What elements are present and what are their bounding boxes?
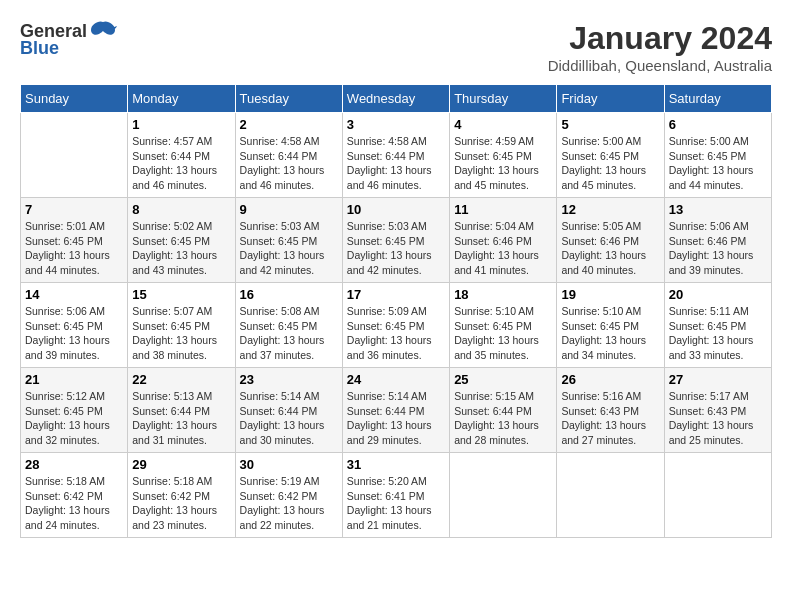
day-number: 13 bbox=[669, 202, 767, 217]
day-info: Sunrise: 5:03 AMSunset: 6:45 PMDaylight:… bbox=[240, 219, 338, 278]
calendar-cell: 26Sunrise: 5:16 AMSunset: 6:43 PMDayligh… bbox=[557, 368, 664, 453]
calendar-cell: 2Sunrise: 4:58 AMSunset: 6:44 PMDaylight… bbox=[235, 113, 342, 198]
calendar-cell: 11Sunrise: 5:04 AMSunset: 6:46 PMDayligh… bbox=[450, 198, 557, 283]
calendar-week-row: 28Sunrise: 5:18 AMSunset: 6:42 PMDayligh… bbox=[21, 453, 772, 538]
weekday-header-thursday: Thursday bbox=[450, 85, 557, 113]
calendar-cell bbox=[450, 453, 557, 538]
day-info: Sunrise: 5:00 AMSunset: 6:45 PMDaylight:… bbox=[561, 134, 659, 193]
day-number: 24 bbox=[347, 372, 445, 387]
day-info: Sunrise: 5:17 AMSunset: 6:43 PMDaylight:… bbox=[669, 389, 767, 448]
day-number: 19 bbox=[561, 287, 659, 302]
calendar-cell: 21Sunrise: 5:12 AMSunset: 6:45 PMDayligh… bbox=[21, 368, 128, 453]
day-info: Sunrise: 4:58 AMSunset: 6:44 PMDaylight:… bbox=[240, 134, 338, 193]
day-info: Sunrise: 5:18 AMSunset: 6:42 PMDaylight:… bbox=[25, 474, 123, 533]
calendar-cell: 30Sunrise: 5:19 AMSunset: 6:42 PMDayligh… bbox=[235, 453, 342, 538]
day-info: Sunrise: 5:01 AMSunset: 6:45 PMDaylight:… bbox=[25, 219, 123, 278]
weekday-header-row: SundayMondayTuesdayWednesdayThursdayFrid… bbox=[21, 85, 772, 113]
calendar-cell: 10Sunrise: 5:03 AMSunset: 6:45 PMDayligh… bbox=[342, 198, 449, 283]
calendar-cell: 25Sunrise: 5:15 AMSunset: 6:44 PMDayligh… bbox=[450, 368, 557, 453]
calendar-cell: 5Sunrise: 5:00 AMSunset: 6:45 PMDaylight… bbox=[557, 113, 664, 198]
day-info: Sunrise: 5:08 AMSunset: 6:45 PMDaylight:… bbox=[240, 304, 338, 363]
day-info: Sunrise: 5:12 AMSunset: 6:45 PMDaylight:… bbox=[25, 389, 123, 448]
weekday-header-friday: Friday bbox=[557, 85, 664, 113]
day-info: Sunrise: 5:00 AMSunset: 6:45 PMDaylight:… bbox=[669, 134, 767, 193]
day-number: 3 bbox=[347, 117, 445, 132]
day-number: 2 bbox=[240, 117, 338, 132]
weekday-header-wednesday: Wednesday bbox=[342, 85, 449, 113]
month-year-title: January 2024 bbox=[548, 20, 772, 57]
day-number: 31 bbox=[347, 457, 445, 472]
calendar-cell: 28Sunrise: 5:18 AMSunset: 6:42 PMDayligh… bbox=[21, 453, 128, 538]
calendar-week-row: 14Sunrise: 5:06 AMSunset: 6:45 PMDayligh… bbox=[21, 283, 772, 368]
day-number: 29 bbox=[132, 457, 230, 472]
day-number: 1 bbox=[132, 117, 230, 132]
day-number: 30 bbox=[240, 457, 338, 472]
calendar-table: SundayMondayTuesdayWednesdayThursdayFrid… bbox=[20, 84, 772, 538]
day-number: 18 bbox=[454, 287, 552, 302]
day-info: Sunrise: 5:14 AMSunset: 6:44 PMDaylight:… bbox=[347, 389, 445, 448]
calendar-cell: 23Sunrise: 5:14 AMSunset: 6:44 PMDayligh… bbox=[235, 368, 342, 453]
day-number: 17 bbox=[347, 287, 445, 302]
calendar-cell: 4Sunrise: 4:59 AMSunset: 6:45 PMDaylight… bbox=[450, 113, 557, 198]
calendar-cell: 22Sunrise: 5:13 AMSunset: 6:44 PMDayligh… bbox=[128, 368, 235, 453]
day-info: Sunrise: 5:10 AMSunset: 6:45 PMDaylight:… bbox=[561, 304, 659, 363]
calendar-cell bbox=[557, 453, 664, 538]
calendar-week-row: 1Sunrise: 4:57 AMSunset: 6:44 PMDaylight… bbox=[21, 113, 772, 198]
calendar-cell: 12Sunrise: 5:05 AMSunset: 6:46 PMDayligh… bbox=[557, 198, 664, 283]
day-number: 23 bbox=[240, 372, 338, 387]
day-number: 28 bbox=[25, 457, 123, 472]
logo-bird-icon bbox=[89, 20, 117, 42]
day-info: Sunrise: 5:03 AMSunset: 6:45 PMDaylight:… bbox=[347, 219, 445, 278]
day-info: Sunrise: 5:09 AMSunset: 6:45 PMDaylight:… bbox=[347, 304, 445, 363]
day-info: Sunrise: 4:57 AMSunset: 6:44 PMDaylight:… bbox=[132, 134, 230, 193]
logo-blue-text: Blue bbox=[20, 38, 59, 59]
calendar-cell bbox=[664, 453, 771, 538]
day-number: 16 bbox=[240, 287, 338, 302]
day-number: 11 bbox=[454, 202, 552, 217]
calendar-cell: 3Sunrise: 4:58 AMSunset: 6:44 PMDaylight… bbox=[342, 113, 449, 198]
day-info: Sunrise: 5:15 AMSunset: 6:44 PMDaylight:… bbox=[454, 389, 552, 448]
day-number: 15 bbox=[132, 287, 230, 302]
day-number: 27 bbox=[669, 372, 767, 387]
location-subtitle: Diddillibah, Queensland, Australia bbox=[548, 57, 772, 74]
day-info: Sunrise: 5:10 AMSunset: 6:45 PMDaylight:… bbox=[454, 304, 552, 363]
day-info: Sunrise: 5:14 AMSunset: 6:44 PMDaylight:… bbox=[240, 389, 338, 448]
calendar-cell: 29Sunrise: 5:18 AMSunset: 6:42 PMDayligh… bbox=[128, 453, 235, 538]
day-number: 22 bbox=[132, 372, 230, 387]
calendar-cell: 19Sunrise: 5:10 AMSunset: 6:45 PMDayligh… bbox=[557, 283, 664, 368]
calendar-cell: 6Sunrise: 5:00 AMSunset: 6:45 PMDaylight… bbox=[664, 113, 771, 198]
calendar-cell bbox=[21, 113, 128, 198]
calendar-cell: 16Sunrise: 5:08 AMSunset: 6:45 PMDayligh… bbox=[235, 283, 342, 368]
calendar-week-row: 21Sunrise: 5:12 AMSunset: 6:45 PMDayligh… bbox=[21, 368, 772, 453]
day-number: 12 bbox=[561, 202, 659, 217]
day-info: Sunrise: 4:59 AMSunset: 6:45 PMDaylight:… bbox=[454, 134, 552, 193]
day-number: 10 bbox=[347, 202, 445, 217]
calendar-cell: 24Sunrise: 5:14 AMSunset: 6:44 PMDayligh… bbox=[342, 368, 449, 453]
day-number: 21 bbox=[25, 372, 123, 387]
calendar-cell: 31Sunrise: 5:20 AMSunset: 6:41 PMDayligh… bbox=[342, 453, 449, 538]
weekday-header-sunday: Sunday bbox=[21, 85, 128, 113]
day-info: Sunrise: 5:16 AMSunset: 6:43 PMDaylight:… bbox=[561, 389, 659, 448]
day-number: 7 bbox=[25, 202, 123, 217]
calendar-cell: 7Sunrise: 5:01 AMSunset: 6:45 PMDaylight… bbox=[21, 198, 128, 283]
calendar-week-row: 7Sunrise: 5:01 AMSunset: 6:45 PMDaylight… bbox=[21, 198, 772, 283]
calendar-cell: 13Sunrise: 5:06 AMSunset: 6:46 PMDayligh… bbox=[664, 198, 771, 283]
day-info: Sunrise: 5:06 AMSunset: 6:46 PMDaylight:… bbox=[669, 219, 767, 278]
calendar-cell: 27Sunrise: 5:17 AMSunset: 6:43 PMDayligh… bbox=[664, 368, 771, 453]
day-info: Sunrise: 5:18 AMSunset: 6:42 PMDaylight:… bbox=[132, 474, 230, 533]
day-number: 20 bbox=[669, 287, 767, 302]
title-section: January 2024 Diddillibah, Queensland, Au… bbox=[548, 20, 772, 74]
day-info: Sunrise: 5:04 AMSunset: 6:46 PMDaylight:… bbox=[454, 219, 552, 278]
day-info: Sunrise: 5:07 AMSunset: 6:45 PMDaylight:… bbox=[132, 304, 230, 363]
day-info: Sunrise: 5:11 AMSunset: 6:45 PMDaylight:… bbox=[669, 304, 767, 363]
day-number: 25 bbox=[454, 372, 552, 387]
page-header: General Blue January 2024 Diddillibah, Q… bbox=[20, 20, 772, 74]
calendar-cell: 18Sunrise: 5:10 AMSunset: 6:45 PMDayligh… bbox=[450, 283, 557, 368]
day-info: Sunrise: 5:13 AMSunset: 6:44 PMDaylight:… bbox=[132, 389, 230, 448]
logo: General Blue bbox=[20, 20, 117, 59]
day-number: 6 bbox=[669, 117, 767, 132]
calendar-cell: 15Sunrise: 5:07 AMSunset: 6:45 PMDayligh… bbox=[128, 283, 235, 368]
day-number: 26 bbox=[561, 372, 659, 387]
calendar-cell: 14Sunrise: 5:06 AMSunset: 6:45 PMDayligh… bbox=[21, 283, 128, 368]
day-info: Sunrise: 5:05 AMSunset: 6:46 PMDaylight:… bbox=[561, 219, 659, 278]
